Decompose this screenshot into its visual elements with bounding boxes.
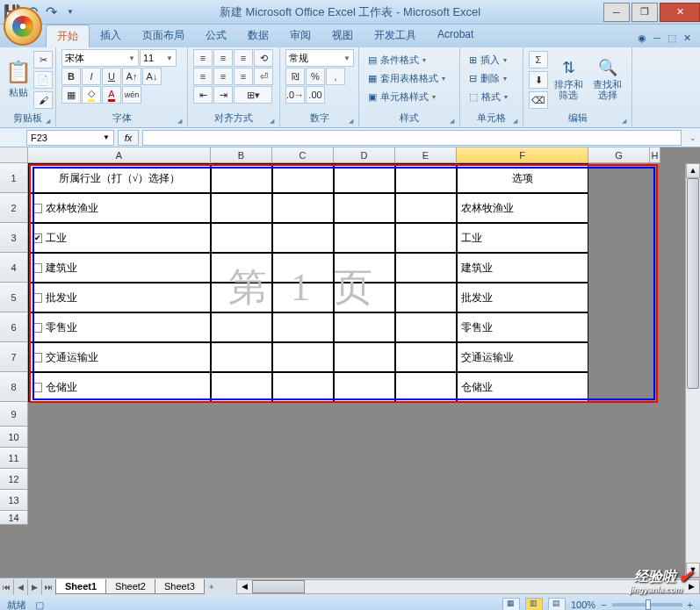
- cell-F10[interactable]: [457, 427, 588, 448]
- tab-插入[interactable]: 插入: [90, 25, 132, 47]
- font-name-combo[interactable]: 宋体▼: [61, 49, 139, 67]
- select-all-corner[interactable]: [0, 147, 28, 163]
- borders-button[interactable]: ▦: [61, 86, 81, 104]
- cell-H5[interactable]: [650, 283, 660, 312]
- increase-decimal-button[interactable]: .0→: [285, 86, 305, 104]
- cell-A9[interactable]: [28, 402, 211, 427]
- cell-G7[interactable]: [588, 342, 650, 372]
- maximize-button[interactable]: ❐: [631, 3, 658, 22]
- bold-button[interactable]: B: [61, 68, 81, 85]
- cell-E12[interactable]: [395, 469, 457, 490]
- cell-H13[interactable]: [650, 490, 660, 511]
- col-header-F[interactable]: F: [457, 147, 588, 163]
- col-header-D[interactable]: D: [334, 147, 395, 163]
- page-layout-view-button[interactable]: ▥: [525, 598, 543, 610]
- align-center-button[interactable]: ≡: [213, 68, 233, 85]
- cell-E8[interactable]: [395, 372, 457, 402]
- align-right-button[interactable]: ≡: [234, 68, 253, 85]
- cell-F12[interactable]: [457, 469, 588, 490]
- cell-C8[interactable]: [272, 372, 334, 402]
- ribbon-restore-icon[interactable]: ⬚: [668, 32, 676, 44]
- row-header-1[interactable]: 1: [0, 163, 28, 193]
- cell-G13[interactable]: [588, 490, 650, 511]
- ribbon-close-icon[interactable]: ✕: [683, 32, 691, 44]
- phonetic-button[interactable]: wén: [122, 86, 141, 104]
- cell-F1[interactable]: 选项: [457, 163, 588, 193]
- cell-E1[interactable]: [395, 163, 457, 193]
- align-bottom-button[interactable]: ≡: [234, 49, 253, 67]
- cell-A11[interactable]: [28, 448, 211, 469]
- hscroll-thumb[interactable]: [252, 580, 305, 593]
- cell-H9[interactable]: [650, 402, 660, 427]
- tab-审阅[interactable]: 审阅: [279, 25, 321, 47]
- cell-B6[interactable]: [211, 312, 272, 342]
- cell-B2[interactable]: [211, 193, 272, 223]
- cell-C6[interactable]: [272, 312, 334, 342]
- col-header-H[interactable]: H: [650, 147, 660, 163]
- fx-button[interactable]: fx: [118, 130, 139, 146]
- align-middle-button[interactable]: ≡: [213, 49, 233, 67]
- cell-F6[interactable]: 零售业: [457, 312, 588, 342]
- fill-button[interactable]: ⬇: [529, 71, 548, 89]
- cell-H4[interactable]: [650, 253, 660, 283]
- row-header-13[interactable]: 13: [0, 490, 28, 511]
- cut-button[interactable]: ✂: [33, 51, 53, 68]
- row-header-7[interactable]: 7: [0, 342, 28, 372]
- cell-G10[interactable]: [588, 427, 650, 448]
- cell-F9[interactable]: [457, 402, 588, 427]
- row-header-2[interactable]: 2: [0, 193, 28, 223]
- checkbox-3[interactable]: ✔: [32, 233, 42, 243]
- cell-G11[interactable]: [588, 448, 650, 469]
- col-header-C[interactable]: C: [272, 147, 334, 163]
- cell-D7[interactable]: [334, 342, 395, 372]
- cell-F8[interactable]: 仓储业: [457, 372, 588, 402]
- checkbox-7[interactable]: [32, 353, 42, 362]
- cell-B14[interactable]: [211, 511, 272, 525]
- format-cells-button[interactable]: ⬚格式▾: [465, 88, 511, 105]
- new-sheet-button[interactable]: ✦: [205, 579, 219, 595]
- cell-E4[interactable]: [395, 253, 457, 283]
- zoom-out-button[interactable]: −: [601, 599, 606, 610]
- page-break-view-button[interactable]: ▤: [548, 598, 566, 610]
- cell-D13[interactable]: [334, 490, 395, 511]
- cell-E10[interactable]: [395, 427, 457, 448]
- delete-cells-button[interactable]: ⊟删除▾: [465, 69, 510, 87]
- zoom-level[interactable]: 100%: [571, 599, 595, 610]
- cell-G1[interactable]: [588, 163, 650, 193]
- cell-A10[interactable]: [28, 427, 211, 448]
- tab-开发工具[interactable]: 开发工具: [364, 25, 427, 47]
- cell-G9[interactable]: [588, 402, 650, 427]
- cell-E14[interactable]: [395, 511, 457, 525]
- normal-view-button[interactable]: ▦: [502, 598, 520, 610]
- orientation-button[interactable]: ⟲: [254, 49, 273, 67]
- cell-A14[interactable]: [28, 511, 211, 525]
- wrap-text-button[interactable]: ⏎: [254, 68, 273, 85]
- col-header-A[interactable]: A: [28, 147, 211, 163]
- cell-B8[interactable]: [211, 372, 272, 402]
- sheet-tab-Sheet3[interactable]: Sheet3: [155, 579, 205, 594]
- decrease-indent-button[interactable]: ⇤: [193, 86, 213, 104]
- cell-B9[interactable]: [211, 402, 272, 427]
- cell-H10[interactable]: [650, 427, 660, 448]
- increase-indent-button[interactable]: ⇥: [213, 86, 233, 104]
- cell-E3[interactable]: [395, 223, 457, 253]
- formula-expand-icon[interactable]: ⌄: [685, 133, 700, 142]
- cell-D11[interactable]: [334, 448, 395, 469]
- cell-C13[interactable]: [272, 490, 334, 511]
- cell-B10[interactable]: [211, 427, 272, 448]
- cell-C1[interactable]: [272, 163, 334, 193]
- cell-styles-button[interactable]: ▣单元格样式▾: [364, 88, 439, 105]
- underline-button[interactable]: U: [102, 68, 121, 85]
- cell-B3[interactable]: [211, 223, 272, 253]
- cell-F3[interactable]: 工业: [457, 223, 588, 253]
- cell-A3[interactable]: ✔工业: [28, 223, 211, 253]
- cell-G6[interactable]: [588, 312, 650, 342]
- cell-C3[interactable]: [272, 223, 334, 253]
- cell-A1[interactable]: 所属行业（打（√）选择）: [28, 163, 211, 193]
- next-sheet-button[interactable]: ▶: [28, 579, 42, 595]
- cell-C7[interactable]: [272, 342, 334, 372]
- tab-公式[interactable]: 公式: [195, 25, 237, 47]
- cell-C4[interactable]: [272, 253, 334, 283]
- cell-A4[interactable]: 建筑业: [28, 253, 211, 283]
- cell-G2[interactable]: [588, 193, 650, 223]
